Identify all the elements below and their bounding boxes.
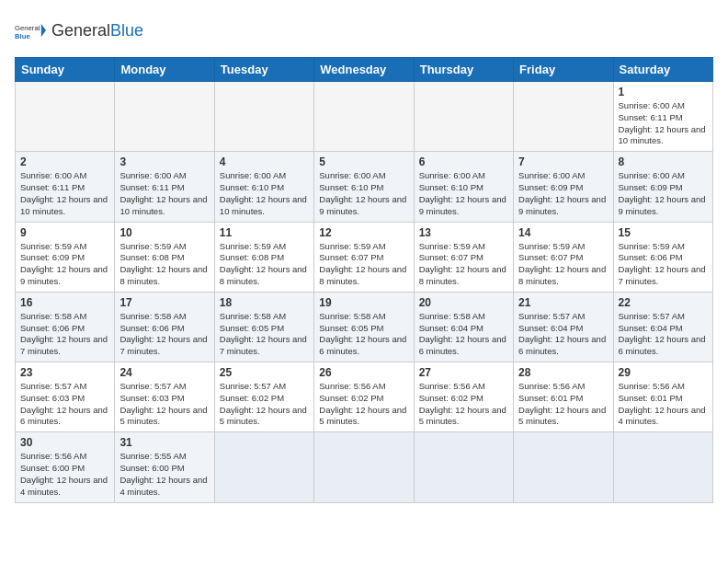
day-cell: [314, 432, 414, 502]
day-info: Sunrise: 6:00 AM Sunset: 6:10 PM Dayligh…: [220, 170, 309, 217]
day-info: Sunrise: 6:00 AM Sunset: 6:10 PM Dayligh…: [419, 170, 508, 217]
logo-icon: General Blue: [15, 15, 48, 48]
col-header-saturday: Saturday: [613, 58, 712, 82]
day-cell: [613, 432, 712, 502]
day-number: 5: [319, 155, 408, 168]
day-cell: 12Sunrise: 5:59 AM Sunset: 6:07 PM Dayli…: [314, 222, 414, 292]
day-cell: 25Sunrise: 5:57 AM Sunset: 6:02 PM Dayli…: [214, 362, 313, 432]
header: General Blue GeneralBlue: [15, 15, 713, 48]
day-number: 16: [20, 296, 109, 309]
day-info: Sunrise: 5:59 AM Sunset: 6:07 PM Dayligh…: [419, 241, 508, 288]
day-info: Sunrise: 5:56 AM Sunset: 6:00 PM Dayligh…: [20, 451, 109, 498]
day-cell: 13Sunrise: 5:59 AM Sunset: 6:07 PM Dayli…: [414, 222, 513, 292]
day-info: Sunrise: 5:57 AM Sunset: 6:04 PM Dayligh…: [518, 311, 608, 358]
day-cell: 27Sunrise: 5:56 AM Sunset: 6:02 PM Dayli…: [414, 362, 513, 432]
day-number: 10: [119, 226, 209, 239]
day-cell: 8Sunrise: 6:00 AM Sunset: 6:09 PM Daylig…: [613, 152, 712, 222]
day-info: Sunrise: 5:56 AM Sunset: 6:02 PM Dayligh…: [319, 381, 408, 428]
day-number: 28: [518, 366, 608, 379]
day-number: 20: [419, 296, 508, 309]
day-cell: [514, 432, 613, 502]
day-number: 4: [220, 155, 309, 168]
day-cell: 2Sunrise: 6:00 AM Sunset: 6:11 PM Daylig…: [16, 152, 115, 222]
day-info: Sunrise: 5:57 AM Sunset: 6:02 PM Dayligh…: [220, 381, 309, 428]
week-row-1: 1Sunrise: 6:00 AM Sunset: 6:11 PM Daylig…: [16, 82, 713, 152]
day-number: 12: [319, 226, 408, 239]
day-info: Sunrise: 5:58 AM Sunset: 6:05 PM Dayligh…: [220, 311, 309, 358]
day-info: Sunrise: 6:00 AM Sunset: 6:09 PM Dayligh…: [518, 170, 608, 217]
day-info: Sunrise: 5:59 AM Sunset: 6:07 PM Dayligh…: [518, 241, 608, 288]
day-info: Sunrise: 5:59 AM Sunset: 6:08 PM Dayligh…: [119, 241, 209, 288]
day-number: 3: [119, 155, 209, 168]
day-cell: 11Sunrise: 5:59 AM Sunset: 6:08 PM Dayli…: [214, 222, 313, 292]
day-cell: 10Sunrise: 5:59 AM Sunset: 6:08 PM Dayli…: [115, 222, 214, 292]
logo-text: GeneralBlue: [51, 22, 143, 40]
day-info: Sunrise: 5:59 AM Sunset: 6:09 PM Dayligh…: [20, 241, 109, 288]
day-cell: [514, 82, 613, 152]
day-info: Sunrise: 5:57 AM Sunset: 6:03 PM Dayligh…: [119, 381, 209, 428]
day-cell: 17Sunrise: 5:58 AM Sunset: 6:06 PM Dayli…: [115, 292, 214, 362]
logo: General Blue GeneralBlue: [15, 15, 143, 48]
day-info: Sunrise: 5:57 AM Sunset: 6:04 PM Dayligh…: [619, 311, 708, 358]
day-cell: [115, 82, 214, 152]
day-number: 19: [319, 296, 408, 309]
day-cell: 28Sunrise: 5:56 AM Sunset: 6:01 PM Dayli…: [514, 362, 613, 432]
day-cell: 9Sunrise: 5:59 AM Sunset: 6:09 PM Daylig…: [16, 222, 115, 292]
week-row-3: 9Sunrise: 5:59 AM Sunset: 6:09 PM Daylig…: [16, 222, 713, 292]
day-info: Sunrise: 5:58 AM Sunset: 6:04 PM Dayligh…: [419, 311, 508, 358]
day-info: Sunrise: 6:00 AM Sunset: 6:09 PM Dayligh…: [619, 170, 708, 217]
day-number: 29: [619, 366, 708, 379]
day-info: Sunrise: 6:00 AM Sunset: 6:11 PM Dayligh…: [119, 170, 209, 217]
day-info: Sunrise: 5:59 AM Sunset: 6:08 PM Dayligh…: [220, 241, 309, 288]
day-number: 11: [220, 226, 309, 239]
day-info: Sunrise: 5:58 AM Sunset: 6:06 PM Dayligh…: [119, 311, 209, 358]
day-cell: [414, 82, 513, 152]
day-cell: 30Sunrise: 5:56 AM Sunset: 6:00 PM Dayli…: [16, 432, 115, 502]
day-number: 13: [419, 226, 508, 239]
svg-text:Blue: Blue: [15, 32, 30, 40]
day-info: Sunrise: 6:00 AM Sunset: 6:10 PM Dayligh…: [319, 170, 408, 217]
svg-text:General: General: [15, 24, 40, 32]
day-cell: 22Sunrise: 5:57 AM Sunset: 6:04 PM Dayli…: [613, 292, 712, 362]
day-cell: [214, 432, 313, 502]
day-number: 9: [20, 226, 109, 239]
day-info: Sunrise: 5:57 AM Sunset: 6:03 PM Dayligh…: [20, 381, 109, 428]
calendar-header-row: SundayMondayTuesdayWednesdayThursdayFrid…: [16, 58, 713, 82]
day-number: 7: [518, 155, 608, 168]
day-info: Sunrise: 5:56 AM Sunset: 6:01 PM Dayligh…: [619, 381, 708, 428]
day-cell: 15Sunrise: 5:59 AM Sunset: 6:06 PM Dayli…: [613, 222, 712, 292]
day-number: 18: [220, 296, 309, 309]
week-row-5: 23Sunrise: 5:57 AM Sunset: 6:03 PM Dayli…: [16, 362, 713, 432]
day-cell: [16, 82, 115, 152]
day-number: 31: [119, 436, 209, 449]
day-info: Sunrise: 5:59 AM Sunset: 6:06 PM Dayligh…: [619, 241, 708, 288]
day-cell: [414, 432, 513, 502]
calendar: SundayMondayTuesdayWednesdayThursdayFrid…: [15, 57, 713, 503]
day-cell: 3Sunrise: 6:00 AM Sunset: 6:11 PM Daylig…: [115, 152, 214, 222]
day-info: Sunrise: 6:00 AM Sunset: 6:11 PM Dayligh…: [619, 100, 708, 147]
day-cell: [314, 82, 414, 152]
day-info: Sunrise: 5:59 AM Sunset: 6:07 PM Dayligh…: [319, 241, 408, 288]
day-cell: 1Sunrise: 6:00 AM Sunset: 6:11 PM Daylig…: [613, 82, 712, 152]
day-info: Sunrise: 5:56 AM Sunset: 6:01 PM Dayligh…: [518, 381, 608, 428]
day-cell: 5Sunrise: 6:00 AM Sunset: 6:10 PM Daylig…: [314, 152, 414, 222]
day-number: 17: [119, 296, 209, 309]
day-number: 15: [619, 226, 708, 239]
col-header-thursday: Thursday: [414, 58, 513, 82]
day-cell: 6Sunrise: 6:00 AM Sunset: 6:10 PM Daylig…: [414, 152, 513, 222]
day-number: 30: [20, 436, 109, 449]
day-cell: 24Sunrise: 5:57 AM Sunset: 6:03 PM Dayli…: [115, 362, 214, 432]
day-cell: 19Sunrise: 5:58 AM Sunset: 6:05 PM Dayli…: [314, 292, 414, 362]
col-header-tuesday: Tuesday: [214, 58, 313, 82]
day-number: 23: [20, 366, 109, 379]
day-cell: 4Sunrise: 6:00 AM Sunset: 6:10 PM Daylig…: [214, 152, 313, 222]
svg-marker-2: [41, 24, 46, 37]
week-row-2: 2Sunrise: 6:00 AM Sunset: 6:11 PM Daylig…: [16, 152, 713, 222]
day-cell: [214, 82, 313, 152]
day-cell: 21Sunrise: 5:57 AM Sunset: 6:04 PM Dayli…: [514, 292, 613, 362]
day-cell: 20Sunrise: 5:58 AM Sunset: 6:04 PM Dayli…: [414, 292, 513, 362]
col-header-wednesday: Wednesday: [314, 58, 414, 82]
day-number: 22: [619, 296, 708, 309]
col-header-friday: Friday: [514, 58, 613, 82]
day-number: 14: [518, 226, 608, 239]
